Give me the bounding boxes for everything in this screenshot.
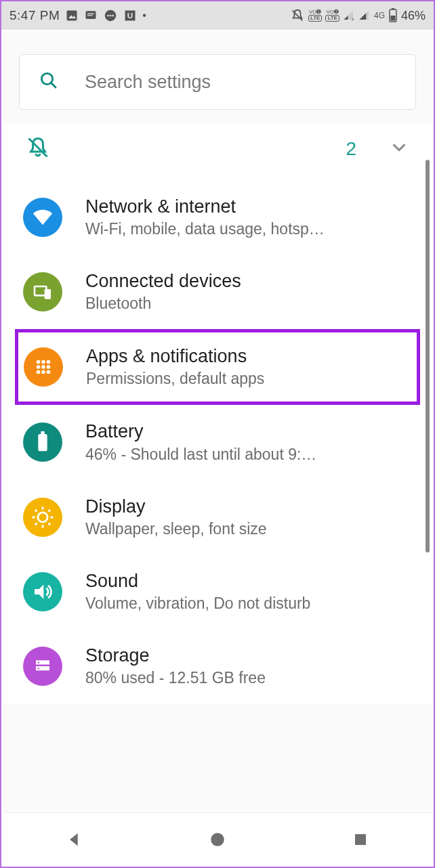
svg-point-28	[37, 366, 41, 370]
row-subtitle: 46% - Should last until about 9:…	[85, 444, 412, 465]
svg-point-30	[47, 366, 51, 370]
message-icon	[84, 9, 98, 22]
apps-icon	[24, 347, 63, 387]
row-title: Sound	[85, 569, 412, 593]
row-connected[interactable]: Connected devices Bluetooth	[3, 255, 432, 329]
row-title: Connected devices	[85, 269, 412, 293]
svg-marker-50	[70, 833, 78, 846]
quick-count: 2	[346, 138, 356, 160]
svg-marker-16	[359, 13, 366, 20]
chat-icon	[103, 8, 118, 23]
svg-point-48	[38, 661, 40, 664]
status-bar: 5:47 PM U • VO➊LTE VO➋LTE × 4G 46%	[1, 1, 434, 30]
search-box[interactable]	[19, 54, 416, 110]
svg-line-41	[35, 509, 37, 511]
home-button[interactable]	[205, 827, 230, 852]
back-button[interactable]	[62, 827, 87, 852]
battery-percent: 46%	[401, 9, 426, 23]
svg-rect-24	[45, 289, 51, 299]
svg-point-51	[211, 833, 224, 846]
svg-line-21	[51, 83, 56, 87]
row-subtitle: 80% used - 12.51 GB free	[85, 668, 412, 689]
search-icon	[39, 70, 59, 93]
svg-point-25	[37, 360, 41, 364]
moon-icon[interactable]	[83, 136, 106, 162]
svg-point-8	[112, 15, 115, 17]
storage-icon	[23, 647, 62, 686]
search-input[interactable]	[85, 72, 396, 93]
svg-rect-35	[41, 431, 44, 434]
svg-point-7	[110, 15, 112, 17]
svg-rect-19	[390, 16, 395, 21]
battery-icon	[23, 422, 62, 462]
brightness-icon	[23, 498, 62, 537]
svg-text:×: ×	[352, 17, 354, 22]
row-title: Battery	[85, 420, 412, 443]
row-title: Network & internet	[85, 195, 412, 219]
row-title: Apps & notifications	[86, 345, 411, 368]
dnd-icon	[290, 8, 305, 23]
navigation-bar	[3, 812, 432, 865]
svg-rect-34	[38, 434, 47, 451]
row-sound[interactable]: Sound Volume, vibration, Do not disturb	[3, 555, 432, 629]
row-battery[interactable]: Battery 46% - Should last until about 9:…	[3, 405, 432, 479]
svg-rect-18	[392, 8, 394, 9]
scroll-indicator[interactable]	[426, 160, 430, 552]
settings-content: 2 Network & internet Wi-Fi, mobile, data…	[3, 31, 432, 812]
row-apps[interactable]: Apps & notifications Permissions, defaul…	[15, 329, 420, 405]
volte2-icon: VO➋LTE	[325, 9, 339, 22]
row-storage[interactable]: Storage 80% used - 12.51 GB free	[3, 629, 432, 703]
row-subtitle: Permissions, default apps	[86, 368, 411, 389]
svg-text:U: U	[127, 11, 133, 20]
svg-line-44	[49, 509, 51, 511]
svg-point-6	[107, 15, 109, 17]
volte1-icon: VO➊LTE	[308, 9, 323, 22]
svg-point-31	[37, 370, 41, 374]
svg-marker-13	[344, 16, 348, 20]
row-display[interactable]: Display Wallpaper, sleep, font size	[3, 480, 432, 555]
row-network[interactable]: Network & internet Wi-Fi, mobile, data u…	[3, 180, 432, 255]
row-subtitle: Volume, vibration, Do not disturb	[85, 593, 412, 614]
svg-point-49	[38, 668, 40, 670]
svg-line-22	[29, 139, 47, 157]
row-subtitle: Wallpaper, sleep, font size	[85, 519, 412, 540]
row-subtitle: Bluetooth	[85, 293, 412, 314]
svg-rect-0	[67, 11, 77, 21]
photo-icon	[65, 9, 79, 22]
sound-icon	[23, 572, 62, 611]
settings-list: Network & internet Wi-Fi, mobile, data u…	[3, 180, 432, 703]
status-time: 5:47 PM	[9, 8, 60, 23]
svg-rect-52	[355, 834, 366, 845]
svg-point-36	[38, 513, 47, 522]
svg-point-29	[41, 366, 45, 370]
signal1-icon: ×	[343, 9, 355, 22]
devices-icon	[23, 272, 62, 311]
svg-point-26	[41, 360, 45, 364]
dot-icon: •	[142, 9, 146, 22]
row-title: Display	[85, 495, 412, 519]
svg-line-42	[49, 523, 51, 525]
svg-rect-4	[87, 15, 93, 16]
network-type: 4G	[374, 11, 385, 20]
mute-icon[interactable]	[26, 135, 50, 162]
signal2-icon	[358, 9, 371, 22]
svg-line-43	[35, 523, 37, 525]
svg-point-33	[47, 370, 51, 374]
wifi-icon	[23, 198, 62, 237]
chevron-down-icon[interactable]	[389, 137, 409, 160]
quick-settings-row[interactable]: 2	[3, 123, 432, 180]
battery-icon	[388, 8, 398, 23]
recents-button[interactable]	[348, 827, 373, 852]
svg-point-27	[47, 360, 51, 364]
svg-marker-45	[35, 584, 43, 599]
row-title: Storage	[85, 644, 412, 668]
svg-point-32	[41, 370, 45, 374]
u-icon: U	[123, 9, 137, 22]
row-subtitle: Wi-Fi, mobile, data usage, hotsp…	[85, 219, 412, 240]
svg-rect-3	[87, 14, 94, 14]
